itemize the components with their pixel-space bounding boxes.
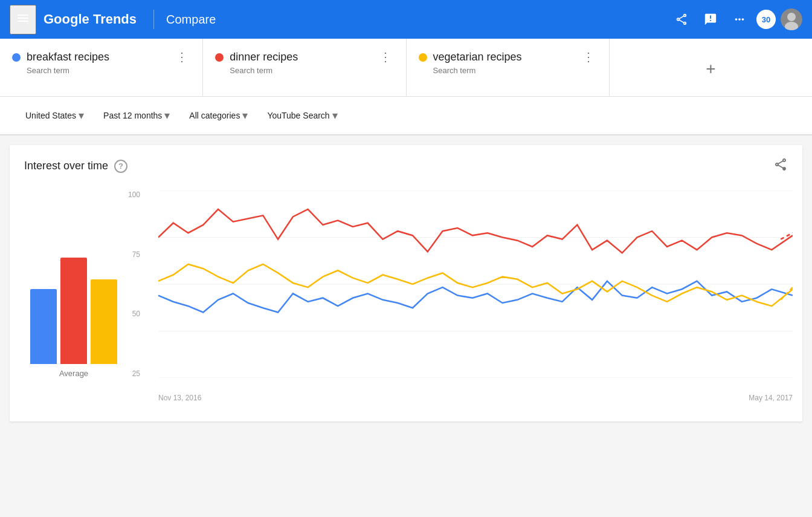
vegetarian-dot (419, 53, 427, 62)
bar-vegetarian (91, 279, 117, 364)
chart-share-button[interactable] (773, 157, 788, 175)
bar-dinner (60, 258, 87, 364)
average-label: Average (59, 369, 88, 378)
category-label: All categories (189, 111, 240, 120)
dinner-more-button[interactable]: ⋮ (377, 51, 394, 63)
x-label-may: May 14, 2017 (749, 394, 793, 402)
add-term-cell: + (610, 39, 812, 96)
category-filter-button[interactable]: All categories ▾ (182, 104, 255, 127)
menu-icon[interactable] (10, 5, 36, 34)
search-term-dinner: dinner recipes ⋮ Search term (203, 39, 406, 96)
time-chevron-icon: ▾ (164, 109, 170, 122)
dinner-dot (215, 53, 224, 62)
y-label-25: 25 (128, 369, 140, 378)
time-filter-button[interactable]: Past 12 months ▾ (96, 104, 177, 127)
search-type-label: YouTube Search (267, 111, 329, 120)
page-title: Compare (166, 13, 216, 27)
y-label-100: 100 (128, 190, 140, 199)
line-chart-area: 100 75 50 25 (128, 184, 793, 402)
apps-icon[interactable] (727, 7, 752, 31)
breakfast-term-type: Search term (12, 66, 190, 75)
region-filter-button[interactable]: United States ▾ (18, 104, 91, 127)
vegetarian-more-button[interactable]: ⋮ (580, 51, 597, 63)
dinner-term-type: Search term (215, 66, 393, 75)
filter-bar: United States ▾ Past 12 months ▾ All cat… (0, 97, 812, 135)
vegetarian-term-name: vegetarian recipes (433, 51, 574, 63)
app-logo: Google Trends (44, 11, 137, 27)
feedback-icon[interactable] (698, 7, 723, 31)
search-type-filter-button[interactable]: YouTube Search ▾ (260, 104, 344, 127)
line-chart-container: 100 75 50 25 (128, 184, 793, 402)
notification-badge[interactable]: 30 (756, 10, 776, 29)
interest-over-time-card: Interest over time ? Average (10, 145, 802, 421)
time-label: Past 12 months (103, 111, 162, 120)
y-label-50: 50 (128, 310, 140, 318)
search-terms-bar: breakfast recipes ⋮ Search term dinner r… (0, 39, 812, 97)
dinner-term-name: dinner recipes (230, 51, 370, 63)
x-label-nov: Nov 13, 2016 (158, 394, 201, 402)
chart-body: Average 100 75 50 25 (10, 184, 802, 421)
region-label: United States (25, 111, 76, 120)
main-content: Interest over time ? Average (0, 135, 812, 441)
add-term-button[interactable]: + (706, 59, 715, 79)
app-header: Google Trends Compare 30 (0, 0, 812, 39)
dinner-line (158, 209, 793, 253)
chart-title-row: Interest over time ? (24, 160, 127, 173)
y-axis-labels: 100 75 50 25 (128, 190, 145, 378)
header-divider (153, 10, 154, 29)
region-chevron-icon: ▾ (79, 109, 84, 122)
vegetarian-line (158, 264, 793, 306)
x-axis-labels: Nov 13, 2016 May 14, 2017 (158, 394, 793, 402)
category-chevron-icon: ▾ (242, 109, 248, 122)
bar-breakfast (30, 289, 57, 364)
share-header-icon[interactable] (669, 7, 694, 31)
help-icon[interactable]: ? (114, 160, 127, 173)
line-chart-svg (158, 190, 793, 378)
chart-title: Interest over time (24, 160, 108, 172)
breakfast-term-name: breakfast recipes (27, 51, 167, 63)
avatar[interactable] (781, 8, 802, 30)
search-term-breakfast: breakfast recipes ⋮ Search term (0, 39, 203, 96)
search-type-chevron-icon: ▾ (332, 109, 338, 122)
bar-chart-bars (30, 243, 117, 364)
search-term-vegetarian: vegetarian recipes ⋮ Search term (407, 39, 610, 96)
vegetarian-projection (781, 287, 793, 300)
breakfast-dot (12, 53, 21, 62)
chart-header: Interest over time ? (10, 145, 802, 184)
header-actions: 30 (669, 7, 802, 31)
breakfast-more-button[interactable]: ⋮ (173, 51, 190, 63)
y-label-75: 75 (128, 250, 140, 259)
average-bar-chart: Average (19, 184, 128, 402)
vegetarian-term-type: Search term (419, 66, 597, 75)
